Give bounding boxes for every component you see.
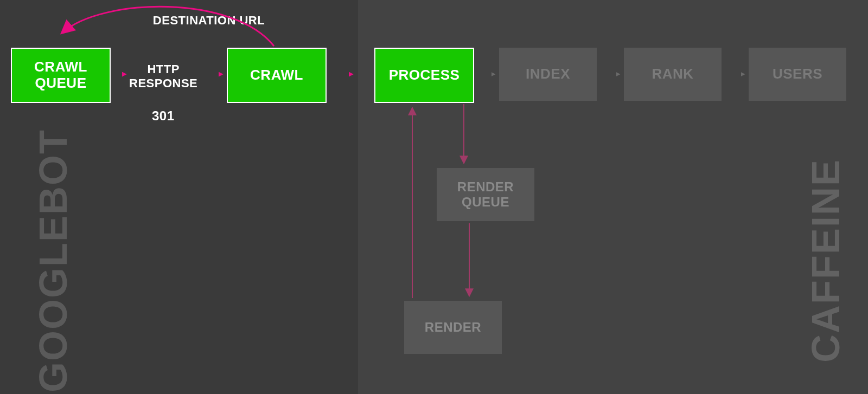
node-rank: RANK (624, 48, 722, 101)
node-label: RANK (652, 66, 693, 82)
node-label: PROCESS (389, 67, 460, 83)
section-label-googlebot: GOOGLEBOT (31, 129, 75, 392)
node-index: INDEX (499, 48, 597, 101)
node-crawl-queue: CRAWL QUEUE (11, 48, 111, 103)
node-render: RENDER (404, 301, 502, 354)
node-process: PROCESS (374, 48, 474, 103)
label-http-code: 301 (152, 108, 175, 124)
diagram-stage: GOOGLEBOT CAFFEINE CRAWL QUEUE CRAWL PRO… (0, 0, 868, 394)
section-label-caffeine: CAFFEINE (803, 159, 848, 363)
node-crawl: CRAWL (227, 48, 327, 103)
node-users: USERS (749, 48, 846, 101)
node-label: CRAWL QUEUE (12, 59, 110, 92)
node-label: CRAWL (250, 67, 303, 83)
node-label: RENDER QUEUE (437, 179, 534, 209)
label-destination-url: DESTINATION URL (136, 14, 282, 28)
label-http-response: HTTP RESPONSE (129, 62, 197, 91)
node-label: INDEX (526, 66, 570, 82)
node-render-queue: RENDER QUEUE (437, 168, 534, 221)
node-label: RENDER (425, 320, 481, 335)
node-label: USERS (773, 66, 822, 82)
